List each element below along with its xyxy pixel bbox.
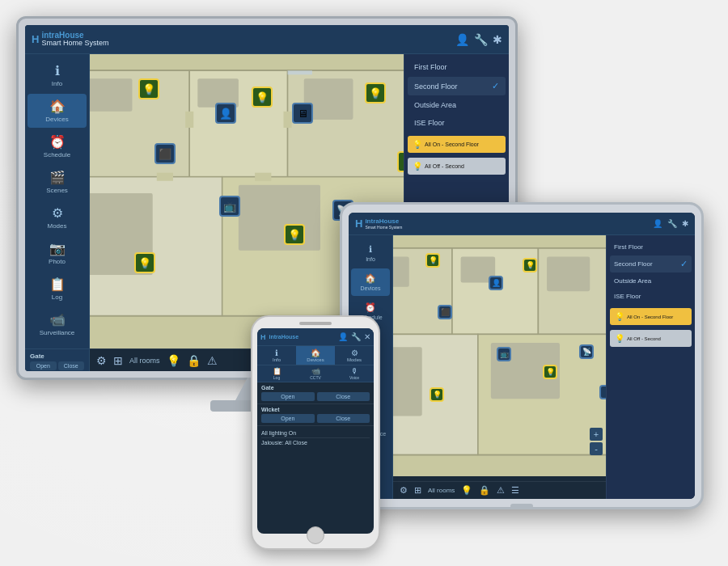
gate-open-button[interactable]: Open <box>30 361 57 370</box>
tablet-asterisk-icon[interactable]: ✱ <box>682 219 688 228</box>
phone-home-button[interactable] <box>307 526 324 544</box>
tablet-device-cam-1[interactable]: 👤 <box>489 276 503 290</box>
grid-icon[interactable]: ⊞ <box>113 354 123 367</box>
phone-user-icon[interactable]: 👤 <box>338 332 348 341</box>
tablet-floor-outside[interactable]: Outside Area <box>610 274 692 288</box>
tablet-light-icon[interactable]: 💡 <box>461 485 472 496</box>
tablet-device-sensor[interactable]: 📡 <box>579 344 594 359</box>
floor-outside-label: Outside Area <box>414 101 456 109</box>
tablet-device-light-6[interactable]: 💡 <box>430 387 444 402</box>
device-window-1[interactable]: ⬛ <box>154 143 176 164</box>
tablet-scene-on-icon: 💡 <box>615 312 624 321</box>
phone-header-icons: 👤 🔧 ✕ <box>338 332 370 341</box>
phone-nav-log[interactable]: 📋 Log <box>257 365 296 382</box>
tablet-home-button[interactable] <box>510 504 533 509</box>
scene-all-off[interactable]: 💡 All Off - Second <box>408 158 506 175</box>
tablet-device-tv[interactable]: 📺 <box>497 347 511 361</box>
sidebar-item-log[interactable]: 📋 Log <box>28 272 87 306</box>
tablet-device-climate[interactable]: 🌡 <box>599 385 606 399</box>
phone-speaker <box>299 322 332 325</box>
sidebar-devices-label: Devices <box>45 116 68 123</box>
user-icon[interactable]: 👤 <box>455 33 469 46</box>
sidebar-item-modes[interactable]: ⚙ Modes <box>28 201 87 234</box>
sidebar-item-devices[interactable]: 🏠 Devices <box>28 94 87 128</box>
settings-icon[interactable]: 🔧 <box>474 33 488 46</box>
device-light-4[interactable]: 💡 <box>397 151 404 172</box>
tablet-settings-icon[interactable]: ⚙ <box>400 485 408 496</box>
phone-close-icon[interactable]: ✕ <box>364 332 370 341</box>
phone-nav-voice[interactable]: 🎙 Voice <box>335 365 374 382</box>
tablet-floor-ise[interactable]: ISE Floor <box>610 289 692 303</box>
tablet-status-bar: ⚙ ⊞ All rooms 💡 🔒 ⚠ ☰ <box>393 481 606 499</box>
phone-wicket-open-button[interactable]: Open <box>261 414 315 423</box>
phone-gate-open-button[interactable]: Open <box>261 392 315 401</box>
phone-nav-log-icon: 📋 <box>273 367 281 375</box>
device-light-2[interactable]: 💡 <box>252 87 273 108</box>
device-light-5[interactable]: 💡 <box>284 224 305 245</box>
tablet-header-icons: 👤 🔧 ✱ <box>653 219 688 228</box>
tablet-grid-icon[interactable]: ⊞ <box>414 485 421 496</box>
phone-nav-devices-label: Devices <box>307 357 324 362</box>
phone-brand: intraHouse <box>269 334 299 340</box>
device-tv[interactable]: 📺 <box>219 196 240 217</box>
phone-nav-devices[interactable]: 🏠 Devices <box>296 346 335 365</box>
phone-wicket-close-button[interactable]: Close <box>317 414 370 423</box>
floor-ise[interactable]: ISE Floor <box>408 115 506 131</box>
settings-status-icon[interactable]: ⚙ <box>96 354 107 367</box>
device-light-3[interactable]: 💡 <box>365 82 386 103</box>
phone-action-all-lighting[interactable]: All lighting On <box>261 429 370 438</box>
sidebar-item-schedule[interactable]: ⏰ Schedule <box>28 129 87 163</box>
phone-nav-modes[interactable]: ⚙ Modes <box>335 346 374 365</box>
phone-action-jalousie[interactable]: Jalousie: All Close <box>261 438 370 447</box>
sidebar-schedule-label: Schedule <box>44 151 70 158</box>
device-camera-2[interactable]: 🖥 <box>292 103 313 124</box>
tablet-sidebar-devices[interactable]: 🏠 Devices <box>351 268 390 296</box>
tablet-floor-second[interactable]: Second Floor ✓ <box>610 256 692 272</box>
tablet-scene-all-on[interactable]: 💡 All On - Second Floor <box>610 308 692 325</box>
zoom-out-button[interactable]: - <box>590 442 603 455</box>
tablet-menu-icon[interactable]: ☰ <box>511 485 519 496</box>
devices-icon: 🏠 <box>49 99 66 114</box>
device-camera-1[interactable]: 👤 <box>215 103 236 124</box>
tablet-alert-icon[interactable]: ⚠ <box>497 485 505 496</box>
tablet-device-light-1[interactable]: 💡 <box>425 253 440 268</box>
lock-status-icon[interactable]: 🔒 <box>187 354 201 367</box>
asterisk-icon[interactable]: ✱ <box>493 33 502 46</box>
sidebar-item-info[interactable]: ℹ Info <box>28 58 87 92</box>
phone-nav: ℹ Info 🏠 Devices ⚙ Modes <box>257 346 374 365</box>
scene-all-on[interactable]: 💡 All On - Second Floor <box>408 136 506 153</box>
device-light-6[interactable]: 💡 <box>134 252 155 273</box>
tablet-lock-icon[interactable]: 🔒 <box>479 485 490 496</box>
floor-first[interactable]: First Floor <box>408 59 506 75</box>
phone-settings-icon[interactable]: 🔧 <box>351 332 361 341</box>
tablet-floor-first[interactable]: First Floor <box>610 240 692 254</box>
tablet-device-light-5[interactable]: 💡 <box>543 365 557 379</box>
tablet-user-icon[interactable]: 👤 <box>653 219 662 228</box>
floor-second[interactable]: Second Floor ✓ <box>408 77 506 95</box>
zoom-in-button[interactable]: + <box>590 428 603 441</box>
light-status-icon[interactable]: 💡 <box>167 354 180 367</box>
phone-gate-buttons: Open Close <box>261 392 370 401</box>
phone-nav-cctv[interactable]: 📹 CCTV <box>296 365 335 382</box>
tablet-settings-icon[interactable]: 🔧 <box>667 219 677 228</box>
svg-rect-26 <box>393 257 409 287</box>
tablet-floor-second-check: ✓ <box>680 259 688 269</box>
phone-actions: All lighting On Jalousie: All Close <box>257 426 374 450</box>
device-light-1[interactable]: 💡 <box>138 78 159 99</box>
floor-outside[interactable]: Outside Area <box>408 97 506 113</box>
sidebar-item-photo[interactable]: 📷 Photo <box>28 236 87 270</box>
header-icons: 👤 🔧 ✱ <box>455 33 502 46</box>
svg-rect-28 <box>547 257 590 292</box>
tablet-device-win[interactable]: ⬛ <box>438 305 452 319</box>
phone-nav-info[interactable]: ℹ Info <box>257 346 296 365</box>
tablet-scene-all-off[interactable]: 💡 All Off - Second <box>610 330 692 347</box>
sidebar-item-surveillance[interactable]: 📹 Surveillance <box>28 307 87 341</box>
gate-close-button[interactable]: Close <box>58 361 85 370</box>
sidebar-item-scenes[interactable]: 🎬 Scenes <box>28 165 87 199</box>
tablet-sidebar-info[interactable]: ℹ Info <box>351 239 390 267</box>
alert-status-icon[interactable]: ⚠ <box>207 354 218 367</box>
phone-gate-close-button[interactable]: Close <box>317 392 370 401</box>
tablet-device-light-2[interactable]: 💡 <box>523 258 537 272</box>
tablet-schedule-icon: ⏰ <box>365 302 376 313</box>
tablet-floor-first-label: First Floor <box>614 243 643 251</box>
